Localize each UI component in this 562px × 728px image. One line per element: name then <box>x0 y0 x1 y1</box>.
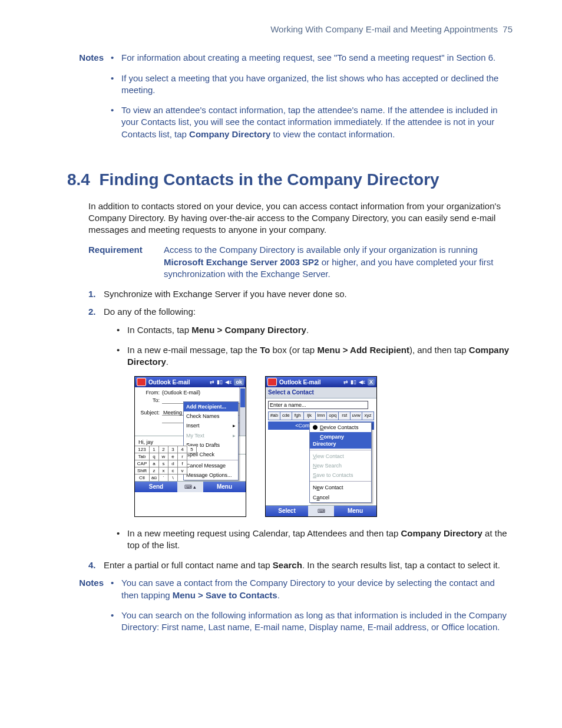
softkey-send[interactable]: Send <box>135 482 177 492</box>
note-item: If you select a meeting that you have or… <box>111 73 513 97</box>
start-flag-icon[interactable] <box>137 378 146 386</box>
menu-company-directory[interactable]: Company Directory <box>310 432 371 449</box>
alpha-tab[interactable]: uvw <box>351 412 362 420</box>
step-2: 2.Do any of the following: In Contacts, … <box>88 306 513 551</box>
from-label: From: <box>137 389 160 396</box>
step-2-sublist-cont: In a new meeting request using Calendar,… <box>117 528 513 552</box>
notes-top: Notes For information about creating a m… <box>71 52 513 149</box>
section-heading: 8.4 Finding Contacts in the Company Dire… <box>67 169 513 191</box>
from-value: (Outlook E-mail) <box>162 389 200 396</box>
alpha-tab[interactable]: fgh <box>292 412 304 420</box>
menu-save-to-contacts: Save to Contacts <box>310 470 371 480</box>
softkey-menu[interactable]: Menu <box>334 506 376 516</box>
softkey-select[interactable]: Select <box>266 506 308 516</box>
menu-new-search: New Search <box>310 461 371 470</box>
scrollbar[interactable] <box>239 387 246 436</box>
alpha-tab[interactable]: rst <box>339 412 351 420</box>
alpha-tab[interactable]: lmn <box>316 412 328 420</box>
step-2-sublist: In Contacts, tap Menu > Company Director… <box>117 324 513 368</box>
radio-icon <box>313 425 318 430</box>
sync-icon: ⇄ <box>210 378 214 386</box>
alpha-tab[interactable]: #ab <box>269 412 280 420</box>
note-item: You can search on the following informat… <box>111 610 513 634</box>
softkey-bar: Send ⌨ ▴ Menu <box>135 481 246 492</box>
requirement-text: Access to the Company Directory is avail… <box>164 244 513 280</box>
start-flag-icon[interactable] <box>267 378 277 386</box>
substep: In a new meeting request using Calendar,… <box>117 528 513 552</box>
menu-insert[interactable]: Insert▸ <box>184 421 238 430</box>
step-1: 1.Synchronize with Exchange Server if yo… <box>88 288 513 300</box>
substep: In a new e-mail message, tap the To box … <box>117 344 513 368</box>
running-title: Working With Company E-mail and Meeting … <box>270 24 498 34</box>
system-tray: ⇄▮▯◀ε <box>343 378 365 386</box>
window-title: Outlook E-mail <box>279 378 341 387</box>
figures-row: Outlook E-mail ⇄▮▯◀ε ok From:(Outlook E-… <box>134 376 513 516</box>
page: Working With Company E-mail and Meeting … <box>0 0 562 670</box>
figure-select-contact: Outlook E-mail ⇄▮▯◀ε X Select a Contact … <box>265 376 377 516</box>
notes-label: Notes <box>71 577 104 641</box>
numbered-steps: 1.Synchronize with Exchange Server if yo… <box>88 288 513 571</box>
intro-paragraph: In addition to contacts stored on your d… <box>88 200 513 236</box>
menu-view-contact: View Contact <box>310 452 371 461</box>
titlebar: Outlook E-mail ⇄▮▯◀ε X <box>266 377 376 387</box>
menu-add-recipient[interactable]: Add Recipient... <box>184 402 238 411</box>
menu-message-options[interactable]: Message Options... <box>184 470 238 480</box>
subject-label: Subject: <box>137 409 160 416</box>
alpha-tab[interactable]: opq <box>327 412 339 420</box>
alpha-tab[interactable]: xyz <box>362 412 373 420</box>
menu-new-contact[interactable]: New Contact <box>310 483 371 492</box>
sip-toggle[interactable]: ⌨ ▴ <box>177 482 203 492</box>
page-number: 75 <box>503 24 513 34</box>
section-number: 8.4 <box>67 170 90 189</box>
requirement-block: Requirement Access to the Company Direct… <box>88 244 513 280</box>
notes-body: For information about creating a meeting… <box>111 52 513 149</box>
search-row <box>268 401 374 409</box>
ok-button[interactable]: ok <box>234 378 244 386</box>
signal-icon: ▮▯ <box>351 378 356 386</box>
close-button[interactable]: X <box>368 378 375 386</box>
contact-menu: Device Contacts Company Directory View C… <box>309 422 372 503</box>
volume-icon: ◀ε <box>225 378 232 386</box>
running-header: Working With Company E-mail and Meeting … <box>71 24 513 35</box>
alpha-tab[interactable]: ijk <box>304 412 316 420</box>
volume-icon: ◀ε <box>359 378 365 386</box>
select-contact-header: Select a Contact <box>266 387 376 398</box>
search-input[interactable] <box>268 401 368 409</box>
titlebar: Outlook E-mail ⇄▮▯◀ε ok <box>135 377 246 387</box>
notes-label: Notes <box>71 52 104 149</box>
on-screen-keyboard[interactable]: 12312345 Tabqwer CAPasdf Shiftzxcv Ctláü… <box>135 446 187 482</box>
to-label: To: <box>137 397 160 404</box>
softkey-bar: Select ⌨ Menu <box>266 505 376 516</box>
note-item: You can save a contact from the Company … <box>111 577 513 601</box>
menu-my-text: My Text▸ <box>184 431 238 440</box>
alpha-tabs[interactable]: #ab cde fgh ijk lmn opq rst uvw xyz <box>268 411 374 420</box>
softkey-menu[interactable]: Menu <box>203 482 246 492</box>
menu-cancel-message[interactable]: Cancel Message <box>184 461 238 470</box>
menu-cancel[interactable]: Cancel <box>310 493 371 502</box>
menu-check-names[interactable]: Check Names <box>184 411 238 421</box>
substep: In Contacts, tap Menu > Company Director… <box>117 324 513 336</box>
figure-compose-email: Outlook E-mail ⇄▮▯◀ε ok From:(Outlook E-… <box>134 376 246 516</box>
note-item: To view an attendee's contact informatio… <box>111 104 513 140</box>
section-title: Finding Contacts in the Company Director… <box>100 170 439 189</box>
signal-icon: ▮▯ <box>217 378 223 386</box>
sip-toggle[interactable]: ⌨ <box>308 506 334 516</box>
notes-body: You can save a contact from the Company … <box>111 577 513 641</box>
system-tray: ⇄▮▯◀ε <box>210 378 232 386</box>
requirement-label: Requirement <box>88 244 153 280</box>
step-4: 4.Enter a partial or full contact name a… <box>88 559 513 571</box>
alpha-tab[interactable]: cde <box>280 412 292 420</box>
sync-icon: ⇄ <box>343 378 348 386</box>
window-title: Outlook E-mail <box>148 378 207 387</box>
notes-bottom: Notes You can save a contact from the Co… <box>71 577 513 641</box>
contact-list-area: Device Contacts Company Directory View C… <box>266 430 376 505</box>
compose-menu: Add Recipient... Check Names Insert▸ My … <box>183 401 239 480</box>
note-item: For information about creating a meeting… <box>111 52 513 64</box>
menu-device-contacts[interactable]: Device Contacts <box>310 423 371 432</box>
